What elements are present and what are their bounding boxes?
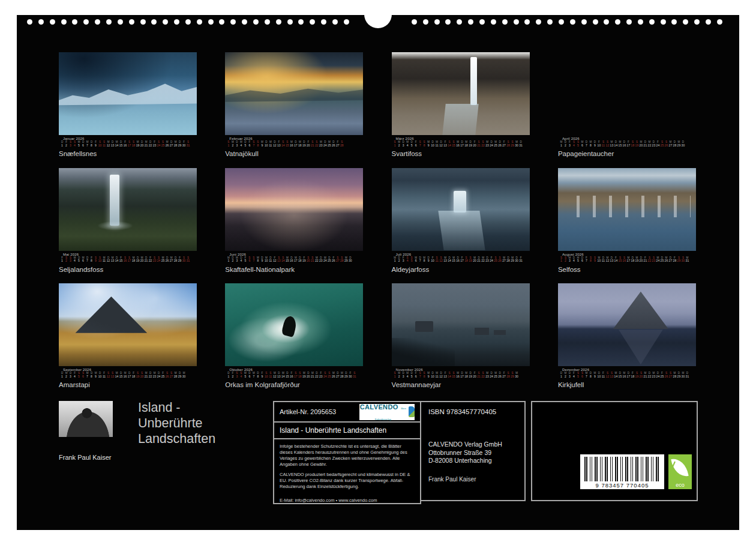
mini-calendar-day: S11 — [601, 141, 605, 147]
mini-calendar-day: M17 — [293, 257, 298, 263]
mini-calendar-day: F16 — [289, 372, 293, 378]
mini-calendar-day: F26 — [331, 257, 335, 263]
article-number: Artikel-Nr. 2095653 — [280, 408, 336, 415]
mini-calendar-day: S25 — [161, 141, 165, 147]
punch-hole — [72, 19, 77, 25]
mini-calendar-day: M1 — [226, 257, 230, 263]
mini-calendar-day: M14 — [281, 372, 285, 378]
mini-calendar-day: S16 — [622, 257, 626, 263]
mini-calendar-day: S24 — [157, 257, 161, 263]
mini-calendar-day: S21 — [477, 141, 481, 147]
mini-calendar-day: M16 — [456, 141, 460, 147]
mini-calendar-day: S9 — [593, 257, 597, 263]
mini-calendar-day: M25 — [327, 141, 331, 147]
mini-calendar-day: M28 — [673, 372, 677, 378]
mini-calendar-day: S7 — [251, 141, 256, 147]
mini-calendar-day: S28 — [506, 372, 511, 378]
punch-hole — [604, 19, 609, 25]
mini-calendar-day: D20 — [140, 141, 144, 147]
mini-calendar-day: M17 — [626, 257, 631, 263]
mini-calendar-day: S21 — [310, 257, 314, 263]
mini-calendar-day: S3 — [68, 257, 73, 263]
mini-calendar-day: D2 — [563, 141, 568, 147]
mini-calendar: M1D2F3S4S5M6D7M8D9F10S11S12M13D14M15D16F… — [392, 257, 530, 263]
calendar-title: Island - Unberührte Landschaften — [138, 400, 215, 447]
mini-calendar-day: D15 — [618, 372, 622, 378]
mini-calendar-day: D4 — [239, 257, 243, 263]
mini-calendar-day: D10 — [431, 372, 435, 378]
mini-calendar-day: D26 — [498, 372, 502, 378]
mini-calendar-day: M23 — [152, 372, 157, 378]
mini-calendar-day: S19 — [635, 372, 639, 378]
mini-calendar-day: F4 — [73, 372, 77, 378]
mini-calendar-day: M22 — [647, 141, 652, 147]
punch-hole — [457, 19, 462, 25]
punch-hole — [106, 19, 112, 25]
punch-hole — [434, 19, 440, 25]
mini-calendar-day: S15 — [452, 372, 456, 378]
mini-calendar-day: M11 — [268, 141, 272, 147]
mini-calendar-day: D10 — [597, 372, 601, 378]
mini-calendar-day: M14 — [115, 372, 119, 378]
mini-calendar-day: D10 — [264, 141, 268, 147]
mini-calendar-day: M29 — [677, 141, 681, 147]
mini-calendar-day: D12 — [439, 141, 443, 147]
mini-calendar-day: D5 — [410, 141, 414, 147]
mini-calendar-day: S1 — [393, 141, 397, 147]
mini-calendar-day: M12 — [106, 141, 110, 147]
mini-calendar-day: M25 — [494, 141, 498, 147]
calendar-title-line3: Landschaften — [138, 431, 215, 447]
mini-calendar-day: M7 — [85, 141, 89, 147]
mini-calendar-day: S7 — [418, 372, 422, 378]
mini-calendar-day: D21 — [144, 257, 148, 263]
mini-calendar-day: D31 — [519, 141, 523, 147]
mini-calendar-day: D28 — [173, 257, 178, 263]
mini-calendar-day: M2 — [64, 372, 68, 378]
mini-calendar-day: M8 — [422, 257, 427, 263]
punch-hole — [570, 19, 575, 25]
mini-calendar-day: M27 — [169, 257, 173, 263]
mini-calendar-day: D23 — [485, 257, 490, 263]
mini-calendar-day: D24 — [490, 141, 494, 147]
mini-calendar-day: S2 — [64, 257, 68, 263]
mini-calendar-day: F20 — [473, 141, 477, 147]
mini-calendar-day: M22 — [481, 257, 485, 263]
mini-calendar-day: D30 — [515, 257, 519, 263]
mini-calendar-day: M1 — [559, 141, 563, 147]
mini-calendar-day: D15 — [119, 372, 123, 378]
mini-calendar-day: M26 — [664, 257, 668, 263]
mini-calendar-day: D15 — [285, 372, 289, 378]
mini-calendar-day: D6 — [580, 257, 584, 263]
mini-calendar-day: D31 — [685, 372, 689, 378]
mini-calendar-day: D20 — [306, 372, 310, 378]
mini-calendar-day: F22 — [148, 257, 152, 263]
mini-calendar-day: S28 — [340, 257, 344, 263]
mini-calendar-day: F17 — [460, 257, 464, 263]
mini-calendar-day: S31 — [352, 372, 356, 378]
mini-calendar-day: D22 — [148, 141, 152, 147]
mini-calendar-day: D17 — [460, 372, 464, 378]
author-portrait-photo — [59, 401, 113, 437]
mini-calendar-day: M5 — [576, 257, 580, 263]
punch-hole — [163, 19, 168, 25]
punch-hole — [276, 19, 281, 25]
mini-calendar-day: F10 — [431, 257, 435, 263]
mini-calendar-day: S11 — [102, 141, 106, 147]
punch-hole — [151, 19, 157, 25]
mini-calendar-day: S6 — [81, 372, 85, 378]
mini-calendar-day: M16 — [456, 372, 460, 378]
mini-calendar-day: S17 — [127, 141, 131, 147]
mini-calendar-day: M23 — [319, 141, 323, 147]
mini-calendar-day: M7 — [85, 372, 89, 378]
mini-calendar-day: M26 — [331, 372, 335, 378]
mini-calendar-day: M16 — [289, 141, 293, 147]
punch-hole — [95, 19, 100, 25]
mini-calendar-day: D10 — [98, 372, 102, 378]
punch-hole — [230, 19, 236, 25]
punch-hole — [706, 19, 711, 25]
mini-calendar-day: M23 — [485, 141, 490, 147]
punch-hole — [265, 19, 270, 25]
mini-calendar-day: F6 — [414, 141, 418, 147]
month-label: Juli 2026 — [392, 253, 530, 256]
mini-calendar-day: M9 — [593, 372, 597, 378]
